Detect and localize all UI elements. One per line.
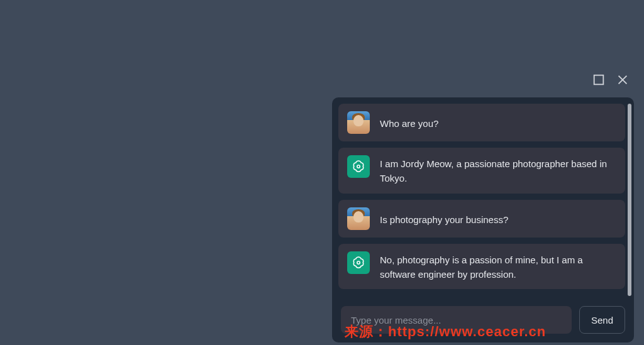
messages-viewport: Who are you? I am Jordy Meow, a passiona… <box>332 97 634 298</box>
user-avatar-icon <box>347 207 370 230</box>
maximize-icon[interactable] <box>591 72 606 87</box>
message-row: Who are you? <box>338 104 625 141</box>
window-controls <box>591 72 630 87</box>
message-input[interactable] <box>341 306 572 334</box>
scrollbar-thumb[interactable] <box>628 104 631 296</box>
scrollbar[interactable] <box>628 104 631 296</box>
message-text: No, photography is a passion of mine, bu… <box>380 251 616 282</box>
ai-avatar-icon <box>347 251 370 274</box>
close-icon[interactable] <box>615 72 630 87</box>
svg-rect-0 <box>594 75 604 85</box>
message-text: I am Jordy Meow, a passionate photograph… <box>380 155 616 186</box>
send-button[interactable]: Send <box>579 306 625 334</box>
svg-point-4 <box>357 261 360 263</box>
message-text: Who are you? <box>380 111 438 131</box>
user-avatar-icon <box>347 111 370 134</box>
chat-panel: Who are you? I am Jordy Meow, a passiona… <box>332 97 634 342</box>
message-row: Is photography your business? <box>338 200 625 238</box>
svg-point-3 <box>357 165 360 168</box>
message-row: I am Jordy Meow, a passionate photograph… <box>338 148 625 194</box>
message-row: No, photography is a passion of mine, bu… <box>338 244 625 290</box>
message-text: Is photography your business? <box>380 207 508 227</box>
ai-avatar-icon <box>347 155 370 178</box>
message-list: Who are you? I am Jordy Meow, a passiona… <box>338 104 625 298</box>
chat-input-bar: Send <box>332 298 634 342</box>
